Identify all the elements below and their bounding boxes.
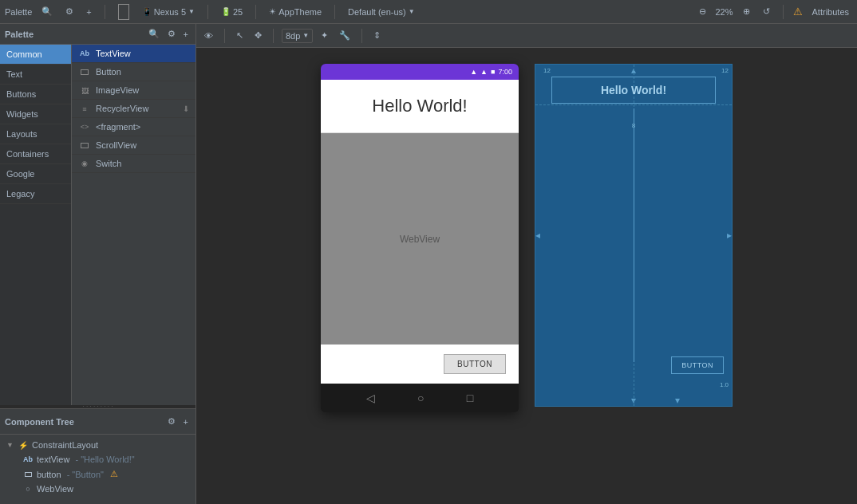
tree-textview-value: - "Hello World!" (73, 455, 134, 464)
phone-status-bar: ▲ ▲ ■ 7:00 (321, 64, 519, 80)
tree-settings-button[interactable]: ⚙ (165, 415, 178, 427)
imageview-icon: 🖼 (78, 86, 91, 95)
palette-content: Common Text Buttons Widgets Layouts Cont… (0, 45, 195, 405)
tree-item-constraint-layout[interactable]: ▼ ⚡ ConstraintLayout (0, 438, 195, 452)
tree-constraint-label: ConstraintLayout (32, 440, 98, 450)
battery-icon: ■ (491, 68, 495, 76)
battery-button[interactable]: 🔋 25 (218, 6, 246, 18)
tree-item-button[interactable]: button - "Button" ⚠ (0, 467, 195, 482)
category-legacy[interactable]: Legacy (0, 184, 71, 204)
fragment-icon: <> (78, 123, 91, 131)
component-tree-title: Component Tree (5, 417, 74, 427)
category-text[interactable]: Text (0, 65, 71, 85)
tree-button-label: button (37, 470, 61, 479)
category-widgets[interactable]: Widgets (0, 104, 71, 124)
device-dropdown[interactable]: 📱 Nexus 5 ▼ (139, 6, 198, 18)
time-label: 7:00 (498, 68, 512, 76)
phone-hello-world: Hello World! (321, 80, 519, 133)
hand-button[interactable]: ✥ (251, 29, 265, 42)
palette-item-switch[interactable]: ◉ Switch (72, 155, 195, 173)
settings-button[interactable]: ⚙ (62, 5, 77, 18)
sec-sep-3 (361, 29, 362, 43)
category-layouts[interactable]: Layouts (0, 124, 71, 144)
palette-item-fragment[interactable]: <> <fragment> (72, 118, 195, 136)
category-google[interactable]: Google (0, 164, 71, 184)
btn-bottom-arrow-icon: ▾ (675, 395, 680, 406)
textview-icon: Ab (78, 49, 91, 57)
zoom-label: 22% (716, 7, 733, 17)
canvas-area: 👁 ↖ ✥ 8dp ▼ ✦ 🔧 ⇕ ▲ ▲ ■ 7:00 (196, 24, 857, 504)
palette-item-imageview[interactable]: 🖼 ImageView (72, 81, 195, 100)
locale-dropdown[interactable]: Default (en-us) ▼ (345, 6, 418, 18)
palette-item-fragment-label: <fragment> (96, 122, 140, 132)
top-toolbar: Palette 🔍 ⚙ + 📱 Nexus 5 ▼ 🔋 25 ☀ AppThem… (0, 0, 857, 24)
palette-item-button-label: Button (96, 67, 121, 77)
tree-add-button[interactable]: + (181, 415, 191, 427)
palette-header-actions: 🔍 ⚙ + (146, 28, 191, 40)
category-buttons[interactable]: Buttons (0, 85, 71, 104)
category-common[interactable]: Common (0, 45, 71, 65)
phone-button-area: BUTTON (321, 345, 519, 384)
palette-items: Ab TextView Button 🖼 ImageView (72, 45, 195, 405)
tree-webview-label: WebView (37, 484, 73, 494)
zoom-out-button[interactable]: ⊖ (696, 5, 709, 18)
sec-sep-2 (273, 29, 274, 43)
tree-item-textview[interactable]: Ab textView - "Hello World!" (0, 452, 195, 467)
blueprint-button: BUTTON (671, 356, 724, 374)
palette-item-textview-label: TextView (96, 49, 131, 58)
dim-label-top-right: 12 (721, 67, 729, 74)
recent-nav-icon: □ (467, 392, 473, 404)
back-nav-icon: ◁ (366, 392, 375, 404)
palette-item-switch-label: Switch (96, 159, 121, 168)
refresh-button[interactable]: ↺ (760, 5, 773, 18)
eye-button[interactable]: 👁 (201, 30, 216, 42)
phone-mockup: ▲ ▲ ■ 7:00 Hello World! WebView BUTTON ◁ (321, 64, 519, 412)
wrench-button[interactable]: 🔧 (336, 29, 353, 42)
home-nav-icon: ○ (417, 392, 424, 404)
palette-item-recyclerview[interactable]: ≡ RecyclerView ⬇ (72, 100, 195, 118)
theme-button[interactable]: ☀ AppTheme (266, 6, 325, 18)
cursor-button[interactable]: ↖ (233, 29, 247, 42)
phone-webview-area: WebView (321, 133, 519, 345)
palette-settings-button[interactable]: ⚙ (165, 28, 178, 40)
dp-dropdown[interactable]: 8dp ▼ (282, 29, 313, 43)
webview-label: WebView (400, 234, 440, 245)
dim-label-small: 1.0 (720, 381, 729, 388)
secondary-toolbar: 👁 ↖ ✥ 8dp ▼ ✦ 🔧 ⇕ (196, 24, 857, 48)
palette-categories: Common Text Buttons Widgets Layouts Cont… (0, 45, 72, 405)
search-button[interactable]: 🔍 (38, 5, 56, 18)
right-arrow-icon: ▸ (727, 230, 732, 241)
palette-item-scrollview[interactable]: ScrollView (72, 136, 195, 155)
attributes-button[interactable]: Attributes (809, 6, 852, 18)
palette-add-button[interactable]: + (181, 28, 191, 40)
separator-1 (105, 5, 105, 19)
separator-3 (255, 5, 256, 19)
phone-button[interactable]: BUTTON (444, 354, 506, 374)
add-button[interactable]: + (83, 6, 94, 18)
magic-button[interactable]: ✦ (318, 29, 331, 42)
dim-label-top-left: 12 (543, 67, 551, 74)
orientation-button[interactable] (115, 2, 132, 22)
palette-item-button[interactable]: Button (72, 63, 195, 81)
recyclerview-icon: ≡ (78, 104, 91, 113)
category-containers[interactable]: Containers (0, 144, 71, 164)
palette-item-recyclerview-label: RecyclerView (96, 104, 148, 113)
button-warning-icon: ⚠ (110, 469, 118, 479)
tree-item-webview[interactable]: ○ WebView (0, 482, 195, 496)
left-panel: Palette 🔍 ⚙ + Common Text Buttons Widget… (0, 24, 196, 504)
align-button[interactable]: ⇕ (370, 29, 384, 42)
sec-sep-1 (224, 29, 225, 43)
constraint-line-v (634, 108, 634, 362)
zoom-in-button[interactable]: ⊕ (740, 5, 753, 18)
dim-label-center: 8 (632, 122, 635, 129)
separator-4 (334, 5, 335, 19)
phone-content-area: Hello World! WebView BUTTON (321, 80, 519, 384)
scrollview-icon (78, 141, 91, 150)
blueprint-hello-box: Hello World! (551, 77, 716, 104)
warning-icon: ⚠ (793, 6, 803, 18)
palette-item-textview[interactable]: Ab TextView (72, 45, 195, 63)
tree-button-value: - "Button" (65, 470, 104, 479)
palette-item-imageview-label: ImageView (96, 85, 139, 95)
separator-5 (783, 5, 784, 19)
palette-search-button[interactable]: 🔍 (146, 28, 162, 40)
